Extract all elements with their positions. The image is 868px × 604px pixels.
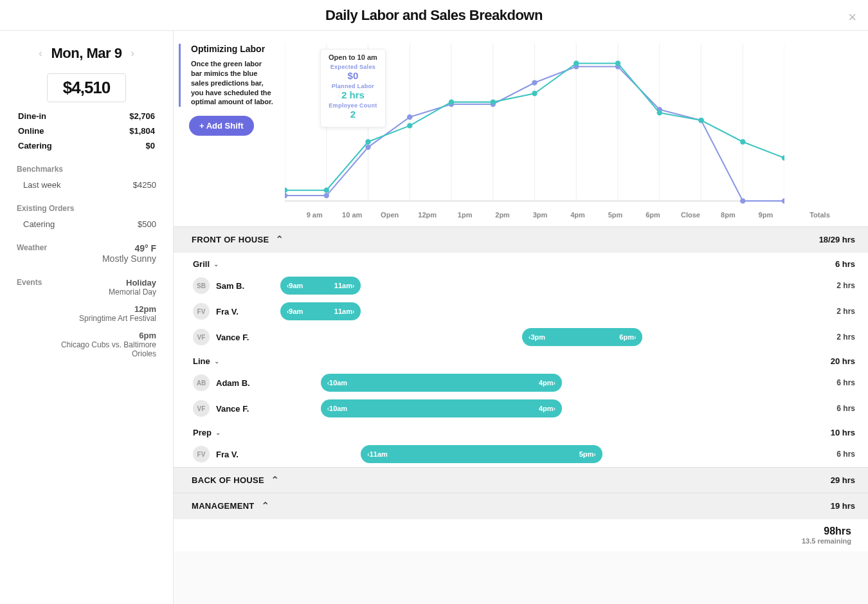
chevron-right-icon: › [634,334,636,341]
x-tick: 9 am [296,211,333,219]
section-header[interactable]: FRONT OF HOUSE⌃18/29 hrs [174,226,868,252]
section-header[interactable]: MANAGEMENT⌃19 hrs [174,493,868,518]
x-tick: 2pm [484,211,521,219]
page-title: Daily Labor and Sales Breakdown [325,7,543,24]
employee-name: Fra V. [216,450,280,459]
shift-hours: 6 hrs [804,404,855,413]
event-item: HolidayMemorial Day [42,278,156,297]
chevron-up-icon: ⌃ [275,233,284,246]
shift-bar[interactable]: ‹9am11am› [280,302,361,320]
x-tick: 9pm [747,211,784,219]
role-header[interactable]: Line⌄20 hrs [174,350,868,370]
close-icon[interactable]: × [848,9,856,26]
avatar: VF [193,329,210,345]
chevron-right-icon: › [352,282,354,289]
x-tick: 10 am [333,211,370,219]
chevron-left-icon: ‹ [529,334,530,341]
add-shift-button[interactable]: + Add Shift [189,116,254,136]
shift-bar[interactable]: ‹11am5pm› [361,445,602,463]
avatar: AB [193,374,210,391]
employee-name: Fra V. [216,307,280,316]
chevron-down-icon: ⌄ [215,429,221,436]
svg-point-38 [740,139,745,144]
svg-point-17 [407,114,412,120]
svg-point-15 [324,193,329,198]
totals-column-label: Totals [784,211,855,226]
benchmark-row: Last week$4250 [17,180,156,190]
shift-bar[interactable]: ‹3pm6pm› [522,328,642,346]
svg-point-16 [365,145,370,150]
svg-point-30 [407,123,412,128]
svg-point-14 [285,193,287,198]
main-content: Optimizing Labor Once the green labor ba… [174,31,868,604]
shift-bar[interactable]: ‹10am4pm› [321,399,562,417]
event-item: 6pmChicago Cubs vs. Baltimore Orioles [42,331,156,358]
svg-point-37 [698,118,703,123]
avatar: SB [193,277,210,294]
chevron-right-icon: › [352,308,354,315]
shift-hours: 2 hrs [804,281,855,290]
x-tick: Close [672,211,709,219]
prev-day-button[interactable]: ‹ [39,48,42,59]
employee-name: Sam B. [216,281,280,291]
next-day-button[interactable]: › [131,48,134,59]
svg-point-35 [615,60,620,66]
optimize-panel: Optimizing Labor Once the green labor ba… [179,44,285,107]
employee-row: VFVance F.‹10am4pm›6 hrs [174,396,868,421]
role-header[interactable]: Grill⌄6 hrs [174,253,868,273]
chevron-up-icon: ⌃ [261,500,269,512]
x-tick: 12pm [408,211,446,219]
chevron-left-icon: ‹ [287,282,289,289]
chevron-up-icon: ⌃ [271,474,279,486]
chart-tooltip: Open to 10 am Expected Sales $0 Planned … [320,49,386,127]
sidebar: ‹ Mon, Mar 9 › $4,510 Dine-in$2,706Onlin… [0,31,174,604]
existing-order-row: Catering$500 [17,219,156,229]
footer-totals: 98hrs 13.5 remaining [174,518,868,551]
svg-point-33 [532,91,537,96]
avatar: FV [193,446,210,462]
svg-point-29 [365,139,370,144]
chevron-left-icon: ‹ [327,380,329,387]
event-item: 12pmSpringtime Art Festival [42,304,156,323]
weather-cond: Mostly Sunny [102,253,156,264]
labor-chart: Open to 10 am Expected Sales $0 Planned … [285,44,784,211]
employee-name: Vance F. [216,333,280,342]
x-tick: Open [371,211,408,219]
svg-point-36 [657,110,662,115]
svg-point-32 [491,99,496,104]
x-tick: 1pm [446,211,484,219]
section-header[interactable]: BACK OF HOUSE⌃29 hrs [174,467,868,493]
shift-bar[interactable]: ‹10am4pm› [321,374,562,392]
existing-orders-heading: Existing Orders [17,204,156,213]
benchmarks-heading: Benchmarks [17,165,156,174]
date-label: Mon, Mar 9 [51,45,122,62]
events-heading: Events [17,278,42,366]
breakdown-row: Catering$0 [17,141,156,151]
header: Daily Labor and Sales Breakdown × [0,0,868,31]
x-tick: 5pm [597,211,634,219]
employee-row: FVFra V.‹11am5pm›6 hrs [174,441,868,467]
shift-bar[interactable]: ‹9am11am› [280,277,361,295]
weather-temp: 49° F [102,243,156,253]
role-header[interactable]: Prep⌄10 hrs [174,421,868,441]
employee-name: Adam B. [216,378,280,388]
svg-point-39 [782,155,784,160]
breakdown-row: Online$1,804 [17,126,156,136]
svg-point-31 [449,99,454,104]
employee-row: FVFra V.‹9am11am›2 hrs [174,298,868,324]
chevron-left-icon: ‹ [327,405,329,412]
x-tick: 4pm [559,211,596,219]
breakdown-row: Dine-in$2,706 [17,111,156,121]
employee-name: Vance F. [216,404,280,414]
weather-heading: Weather [17,243,47,264]
chevron-right-icon: › [554,405,556,412]
shift-hours: 2 hrs [804,307,855,316]
chevron-left-icon: ‹ [367,451,369,458]
shift-hours: 6 hrs [804,378,855,387]
avatar: FV [193,303,210,320]
chevron-right-icon: › [593,451,595,458]
avatar: VF [193,400,210,417]
employee-row: SBSam B.‹9am11am›2 hrs [174,273,868,298]
svg-point-26 [782,198,784,203]
daily-total: $4,510 [47,73,127,102]
